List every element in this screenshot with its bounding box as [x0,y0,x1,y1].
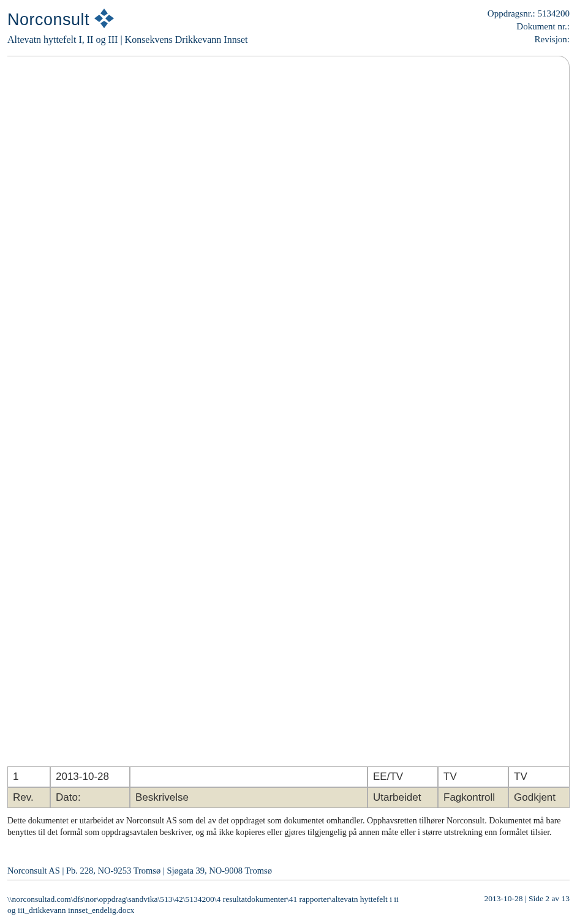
diamond-icon [93,7,115,32]
page-header: Norconsult Altevatn hyttefelt I, II og I… [0,0,588,51]
svg-marker-3 [94,15,103,22]
page-footer: \\norconsultad.com\dfs\nor\oppdrag\sandv… [7,894,570,916]
header-godkjent: Godkjent [508,787,570,808]
cell-godkjent: TV [508,766,570,787]
company-info: Norconsult AS | Pb. 228, NO-9253 Tromsø … [7,866,570,880]
header-fagkontroll: Fagkontroll [438,787,508,808]
cell-rev: 1 [7,766,50,787]
logo: Norconsult [7,7,247,32]
disclaimer-text: Dette dokumentet er utarbeidet av Norcon… [7,815,570,839]
header-dato: Dato: [50,787,130,808]
table-header-row: Rev. Dato: Beskrivelse Utarbeidet Fagkon… [7,787,570,808]
revision-table: 1 2013-10-28 EE/TV TV TV Rev. Dato: Besk… [7,766,570,808]
header-beskrivelse: Beskrivelse [130,787,368,808]
header-utarbeidet: Utarbeidet [368,787,438,808]
cell-fagkontroll: TV [438,766,508,787]
table-row: 1 2013-10-28 EE/TV TV TV [7,766,570,787]
svg-marker-1 [105,15,114,22]
header-left: Norconsult Altevatn hyttefelt I, II og I… [7,7,247,45]
svg-marker-2 [100,21,108,28]
content-area [7,56,570,766]
revisjon-line: Revisjon: [488,33,570,46]
logo-text: Norconsult [7,10,89,29]
dokument-line: Dokument nr.: [488,20,570,33]
footer-path: \\norconsultad.com\dfs\nor\oppdrag\sandv… [7,894,399,916]
oppdrag-line: Oppdragsnr.: 5134200 [488,7,570,20]
oppdrag-value: 5134200 [538,9,570,18]
cell-beskrivelse [130,766,368,787]
header-meta: Oppdragsnr.: 5134200 Dokument nr.: Revis… [488,7,570,46]
cell-dato: 2013-10-28 [50,766,130,787]
cell-utarbeidet: EE/TV [368,766,438,787]
document-subtitle: Altevatn hyttefelt I, II og III | Konsek… [7,34,247,45]
footer-page-info: 2013-10-28 | Side 2 av 13 [484,894,570,916]
header-rev: Rev. [7,787,50,808]
svg-marker-0 [100,9,108,16]
oppdrag-label: Oppdragsnr.: [488,9,538,18]
